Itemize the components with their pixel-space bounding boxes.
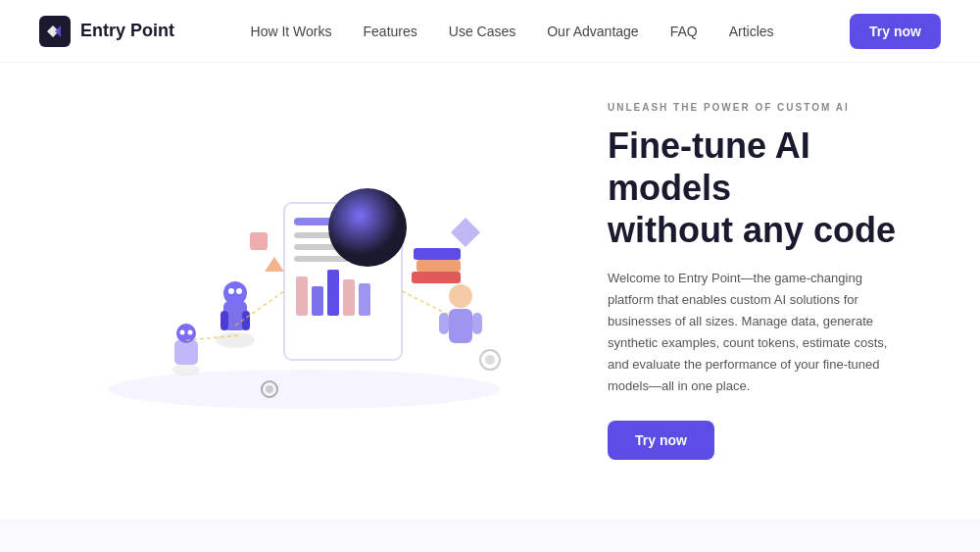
hero-title-line2: without any code xyxy=(608,210,896,250)
brand-logo-link[interactable]: Entry Point xyxy=(39,16,174,47)
nav-features[interactable]: Features xyxy=(364,24,417,39)
svg-point-41 xyxy=(266,385,273,393)
svg-point-39 xyxy=(485,355,495,365)
svg-rect-9 xyxy=(327,270,339,316)
hero-title: Fine-tune AI models without any code xyxy=(608,125,902,252)
svg-point-33 xyxy=(180,329,185,334)
svg-rect-8 xyxy=(312,286,323,316)
svg-rect-11 xyxy=(359,283,370,316)
hero-description: Welcome to Entry Point—the game-changing… xyxy=(608,268,902,398)
svg-rect-15 xyxy=(414,248,461,260)
svg-point-18 xyxy=(223,281,247,305)
hero-try-button[interactable]: Try now xyxy=(608,421,714,460)
svg-point-12 xyxy=(328,188,407,267)
svg-line-36 xyxy=(402,291,451,316)
svg-rect-14 xyxy=(416,260,461,272)
custom-ai-section: Custom AI is as simple as... 1 Identify … xyxy=(0,519,980,552)
svg-rect-26 xyxy=(472,313,482,334)
hero-title-line1: Fine-tune AI models xyxy=(608,125,810,208)
nav-use-cases[interactable]: Use Cases xyxy=(449,24,515,39)
svg-rect-24 xyxy=(449,309,472,343)
svg-point-34 xyxy=(188,329,193,334)
nav-links: How It Works Features Use Cases Our Adva… xyxy=(251,23,774,40)
hero-eyebrow: UNLEASH THE POWER OF CUSTOM AI xyxy=(608,102,902,113)
svg-point-23 xyxy=(449,284,472,308)
svg-marker-29 xyxy=(451,218,480,247)
svg-rect-13 xyxy=(412,272,461,283)
svg-point-30 xyxy=(172,364,200,376)
nav-try-button[interactable]: Try now xyxy=(850,14,941,49)
hero-section: UNLEASH THE POWER OF CUSTOM AI Fine-tune… xyxy=(0,63,980,519)
svg-rect-28 xyxy=(250,232,268,250)
svg-rect-31 xyxy=(174,340,198,365)
brand-name: Entry Point xyxy=(80,21,174,41)
svg-marker-27 xyxy=(265,257,284,272)
nav-faq[interactable]: FAQ xyxy=(670,24,698,39)
svg-point-20 xyxy=(236,288,242,294)
nav-articles[interactable]: Articles xyxy=(729,24,774,39)
svg-point-16 xyxy=(216,332,255,348)
brand-logo-icon xyxy=(39,16,71,47)
svg-rect-10 xyxy=(343,279,355,316)
nav-our-advantage[interactable]: Our Advantage xyxy=(547,24,638,39)
svg-rect-25 xyxy=(439,313,449,334)
nav-how-it-works[interactable]: How It Works xyxy=(251,24,332,39)
svg-point-1 xyxy=(108,370,500,409)
svg-rect-7 xyxy=(296,276,308,316)
svg-point-19 xyxy=(228,288,234,294)
hero-illustration xyxy=(78,144,510,419)
hero-content: UNLEASH THE POWER OF CUSTOM AI Fine-tune… xyxy=(568,102,902,460)
navbar: Entry Point How It Works Features Use Ca… xyxy=(0,0,980,63)
svg-rect-21 xyxy=(220,311,228,330)
